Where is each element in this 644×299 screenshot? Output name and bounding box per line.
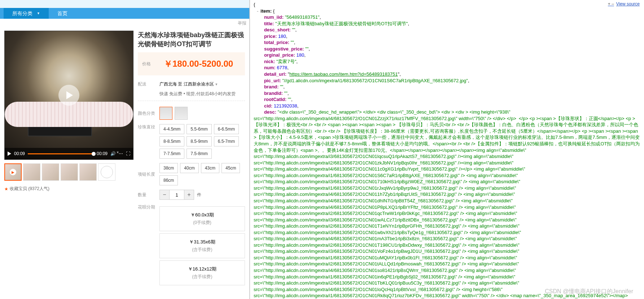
diameter-label: 珍珠直径 (138, 124, 159, 130)
installment-option-0[interactable]: ￥60.0x3期(0手续费) (159, 206, 245, 231)
info-column: 天然海水珍珠项链baby珠链正圆极强光锁骨链时尚OT扣可调节 价格 ￥180.0… (138, 31, 245, 287)
color-option-1[interactable] (159, 107, 172, 120)
diameter-option-1[interactable]: 5.5-6mm (187, 124, 211, 134)
color-label: 颜色分类 (138, 110, 159, 116)
product-title: 天然海水珍珠项链baby珠链正圆极强光锁骨链时尚OT扣可调节 (138, 31, 245, 49)
mute-icon[interactable]: 🔊 (110, 151, 116, 156)
diameter-option-0[interactable]: 4-4.5mm (159, 124, 184, 134)
color-option-2[interactable] (175, 107, 188, 120)
thumb-size-preview[interactable] (98, 163, 115, 181)
length-option-3[interactable]: 45cm (222, 163, 240, 173)
watermark: CSDN @懂电商API接口的Jennifer (545, 288, 633, 295)
length-option-4[interactable]: 86cm (159, 175, 178, 185)
thumbnails (4, 163, 133, 181)
time-total: 00:09 (97, 151, 108, 156)
product-page: 所有分类 首页 举报 00:09 00:09 🔊 ⋯ (0, 0, 250, 299)
qty-plus[interactable]: + (184, 190, 194, 200)
topbar (0, 0, 249, 8)
thumb-1[interactable] (23, 163, 40, 181)
thumb-3[interactable] (61, 163, 78, 181)
fullscreen-icon[interactable]: ⛶ (126, 151, 130, 156)
thumb-video[interactable] (4, 163, 22, 181)
progress-bar[interactable] (28, 153, 94, 154)
qty-input[interactable] (170, 190, 184, 200)
length-option-1[interactable]: 40cm (180, 163, 198, 173)
diameter-option-2[interactable]: 6-6.5mm (214, 124, 239, 134)
media-column: 00:09 00:09 🔊 ⋯ ⛶ (4, 31, 133, 287)
diameter-option-4[interactable]: 8.5-9mm (187, 136, 211, 146)
nav-categories[interactable]: 所有分类 (4, 8, 49, 19)
installment-option-2[interactable]: ￥16.12x12期(含手续费) (159, 260, 245, 285)
view-source-link[interactable]: + –View source (608, 1, 640, 6)
installment-option-1[interactable]: ￥31.35x6期(含手续费) (159, 233, 245, 258)
shipping-note: 快递 免运费 • 现货,付款后48小时内发货 (138, 91, 245, 97)
qty-minus[interactable]: − (159, 190, 170, 200)
thumb-2[interactable] (42, 163, 59, 181)
time-current: 00:09 (14, 151, 25, 156)
length-label: 项链长度 (138, 171, 159, 177)
price-label: 价格 (142, 61, 164, 67)
report-link[interactable]: 举报 (0, 19, 249, 26)
installment-label: 花呗分期 (138, 204, 159, 210)
favorite[interactable]: ★ 收藏宝贝 (9372人气) (4, 186, 133, 192)
star-icon: ★ (4, 186, 8, 192)
diameter-option-6[interactable]: 7-7.5mm (159, 149, 184, 159)
qty-unit: 件 (197, 192, 201, 198)
navbar: 所有分类 首页 (0, 8, 249, 19)
diameter-option-3[interactable]: 8-8.5mm (159, 136, 184, 146)
nav-home[interactable]: 首页 (49, 8, 76, 19)
diameter-option-5[interactable]: 6.5-7mm (214, 136, 239, 146)
play-icon[interactable] (58, 85, 79, 106)
diameter-option-7[interactable]: 7.5-8mm (187, 149, 211, 159)
qty-label: 数量 (138, 192, 159, 198)
play-button[interactable] (8, 151, 11, 156)
length-option-0[interactable]: 38cm (159, 163, 178, 173)
shipping-label: 配送 (138, 81, 159, 87)
ship-from: 广西北海 (159, 81, 177, 87)
price-value: ￥180.00-5200.00 (164, 58, 233, 70)
ship-to-selector[interactable]: 江西新余渝水区 (184, 81, 218, 87)
video-player[interactable]: 00:09 00:09 🔊 ⋯ ⛶ (4, 31, 133, 160)
video-controls: 00:09 00:09 🔊 ⋯ ⛶ (5, 148, 133, 159)
thumb-4[interactable] (79, 163, 97, 181)
json-viewer: + –View source { -item: { num_iid: "5648… (250, 0, 644, 299)
menu-icon[interactable]: ⋯ (119, 151, 123, 156)
length-option-2[interactable]: 43cm (201, 163, 219, 173)
